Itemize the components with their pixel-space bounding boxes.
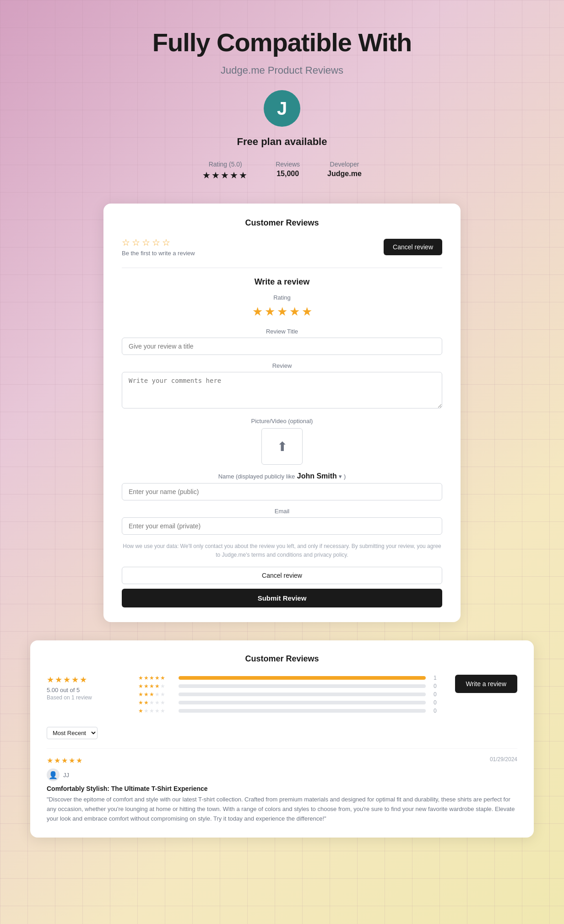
filled-star-5[interactable]: ★ [302,305,312,319]
review-title-input[interactable] [122,338,442,355]
page-subtitle: Judge.me Product Reviews [221,64,343,76]
score-stars: ★ ★ ★ ★ ★ [47,675,120,685]
reviewer-row: 👤 JJ [47,768,517,781]
bar-track-3 [179,693,426,696]
bar-row-1: ★ ★ ★ ★ ★ 0 [138,708,437,714]
rating-stat: Rating (5.0) ★★★★★ [202,161,248,181]
review-date: 01/29/2024 [490,756,517,763]
bar-track-5 [179,676,426,680]
stats-row: Rating (5.0) ★★★★★ Reviews 15,000 Develo… [202,161,362,181]
rating-label: Rating (5.0) [202,161,248,168]
upload-label: Picture/Video (optional) [122,418,442,424]
review-star-5: ★ [76,756,82,765]
bar-fill-5 [179,676,426,680]
form-top-row: ☆ ☆ ☆ ☆ ☆ Be the first to write a review… [122,237,442,257]
be-first-text: Be the first to write a review [122,250,195,257]
empty-stars[interactable]: ☆ ☆ ☆ ☆ ☆ [122,237,195,248]
reviews-label: Reviews [276,161,300,168]
review-star-2: ★ [54,756,60,765]
review-body: "Discover the epitome of comfort and sty… [47,795,517,823]
upload-section: Picture/Video (optional) ⬆ [122,418,442,465]
review-star-4: ★ [69,756,75,765]
bar-count-4: 0 [429,683,437,689]
bar-row-2: ★ ★ ★ ★ ★ 0 [138,699,437,706]
upload-box[interactable]: ⬆ [261,428,303,465]
filled-star-2[interactable]: ★ [265,305,275,319]
reviews-summary-row: ★ ★ ★ ★ ★ 5.00 out of 5 Based on 1 revie… [47,675,517,716]
bar-track-2 [179,701,426,704]
star-empty-1[interactable]: ☆ [122,237,130,248]
reviewer-avatar: 👤 [47,768,60,781]
star-empty-5[interactable]: ☆ [162,237,170,248]
star-rating-input[interactable]: ★ ★ ★ ★ ★ [122,305,442,319]
based-on-label: Based on 1 review [47,694,120,701]
star-empty-3[interactable]: ☆ [142,237,150,248]
avatar-letter: J [277,98,287,119]
review-star-3: ★ [61,756,68,765]
bar-track-4 [179,684,426,688]
review-top-row: ★ ★ ★ ★ ★ 01/29/2024 [47,756,517,765]
write-review-heading: Write a review [122,277,442,287]
star-empty-2[interactable]: ☆ [132,237,140,248]
filter-row: Most Recent [47,727,517,739]
upload-icon: ⬆ [277,439,287,454]
write-review-button[interactable]: Write a review [455,675,517,693]
form-card-title: Customer Reviews [122,218,442,228]
cancel-review-bottom-button[interactable]: Cancel review [122,567,442,584]
bar-count-2: 0 [429,699,437,706]
score-star-2: ★ [55,675,62,685]
reviews-card: Customer Reviews ★ ★ ★ ★ ★ 5.00 out of 5… [30,640,534,837]
bar-stars-3: ★ ★ ★ ★ ★ [138,691,175,698]
rating-stars: ★★★★★ [202,170,248,181]
filled-star-3[interactable]: ★ [277,305,287,319]
review-item: ★ ★ ★ ★ ★ 01/29/2024 👤 JJ Comfortably St… [47,748,517,823]
cancel-review-top-button[interactable]: Cancel review [384,239,442,255]
overall-score-num: 5.00 out of 5 [47,687,120,693]
name-label-text: Name (displayed publicly like [218,473,295,480]
reviews-value: 15,000 [276,170,300,178]
empty-stars-section: ☆ ☆ ☆ ☆ ☆ Be the first to write a review [122,237,195,257]
score-star-1: ★ [47,675,54,685]
filter-select[interactable]: Most Recent [47,727,98,739]
rating-bars: ★ ★ ★ ★ ★ 1 ★ ★ ★ [138,675,437,716]
bar-stars-1: ★ ★ ★ ★ ★ [138,708,175,714]
filled-star-1[interactable]: ★ [252,305,263,319]
review-star-1: ★ [47,756,53,765]
reviewer-avatar-icon: 👤 [49,771,58,779]
developer-value: Judge.me [327,170,362,178]
score-star-5: ★ [80,675,87,685]
review-body-textarea[interactable] [122,372,442,408]
bar-track-1 [179,709,426,713]
review-title-label: Review Title [122,328,442,335]
review-title: Comfortably Stylish: The Ultimate T-Shir… [47,785,517,792]
bar-count-3: 0 [429,691,437,698]
judge-avatar: J [264,90,300,127]
rating-section-label: Rating [122,294,442,301]
review-body-label: Review [122,362,442,369]
email-input[interactable] [122,517,442,535]
star-empty-4[interactable]: ☆ [152,237,160,248]
bar-stars-2: ★ ★ ★ ★ ★ [138,699,175,706]
reviews-stat: Reviews 15,000 [276,161,300,181]
write-review-btn-container: Write a review [455,675,517,693]
score-star-3: ★ [63,675,70,685]
submit-review-button[interactable]: Submit Review [122,589,442,607]
bar-stars-5: ★ ★ ★ ★ ★ [138,675,175,681]
name-input[interactable] [122,483,442,500]
developer-label: Developer [327,161,362,168]
name-label-row: Name (displayed publicly like John Smith… [122,472,442,480]
review-stars: ★ ★ ★ ★ ★ [47,756,82,765]
bar-stars-4: ★ ★ ★ ★ ★ [138,683,175,689]
name-label-end: ▾ ) [339,473,346,480]
form-divider [122,268,442,268]
name-example: John Smith [297,472,337,480]
reviews-card-title: Customer Reviews [47,654,517,664]
privacy-text: How we use your data: We'll only contact… [122,542,442,559]
bar-row-4: ★ ★ ★ ★ ★ 0 [138,683,437,689]
bar-row-3: ★ ★ ★ ★ ★ 0 [138,691,437,698]
filled-star-4[interactable]: ★ [289,305,300,319]
email-label: Email [122,508,442,515]
developer-stat: Developer Judge.me [327,161,362,181]
bar-count-1: 0 [429,708,437,714]
bar-count-5: 1 [429,675,437,681]
